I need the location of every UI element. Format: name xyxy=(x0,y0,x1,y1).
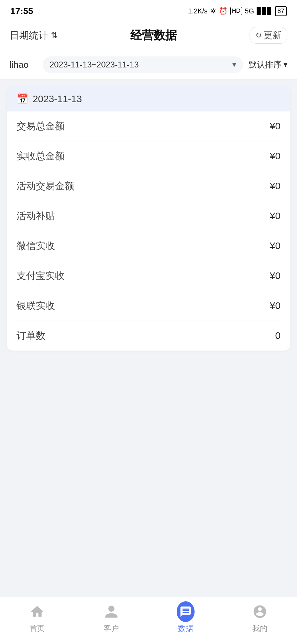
data-row-value: ¥0 xyxy=(270,270,280,281)
status-bar: 17:55 1.2K/s ✲ ⏰ HD 5G ▊▊▊ 87 xyxy=(0,0,297,21)
calendar-icon: 📅 xyxy=(16,93,29,105)
nav-item-home[interactable]: 首页 xyxy=(0,603,74,634)
card-date-header: 📅 2023-11-13 xyxy=(7,86,290,111)
data-row-value: ¥0 xyxy=(270,121,280,132)
nav-item-mine[interactable]: 我的 xyxy=(223,603,297,634)
sort-chevron-icon: ▾ xyxy=(284,60,287,69)
alarm-icon: ⏰ xyxy=(219,7,228,15)
data-row-label: 银联实收 xyxy=(16,299,55,312)
data-rows: 交易总金额¥0实收总金额¥0活动交易金额¥0活动补贴¥0微信实收¥0支付宝实收¥… xyxy=(7,111,290,351)
nav-label-mine: 我的 xyxy=(252,623,267,634)
data-row: 交易总金额¥0 xyxy=(16,111,280,141)
data-row-label: 活动补贴 xyxy=(16,210,55,223)
signal-icon: ▊▊▊ xyxy=(257,7,272,15)
data-row-label: 交易总金额 xyxy=(16,120,65,133)
date-range-value: 2023-11-13~2023-11-13 xyxy=(50,60,139,69)
nav-item-data[interactable]: 数据 xyxy=(148,603,223,634)
data-icon xyxy=(177,603,195,621)
data-row: 实收总金额¥0 xyxy=(16,141,280,171)
home-icon xyxy=(28,603,46,621)
chevron-down-icon: ▾ xyxy=(232,60,236,69)
battery-indicator: 87 xyxy=(275,6,287,16)
data-row: 支付宝实收¥0 xyxy=(16,261,280,291)
hd-icon: HD xyxy=(230,7,242,15)
refresh-label: 更新 xyxy=(264,29,282,41)
data-row: 银联实收¥0 xyxy=(16,291,280,321)
nav-label-customer: 客户 xyxy=(104,623,119,634)
data-row-value: 0 xyxy=(275,330,280,341)
data-row: 微信实收¥0 xyxy=(16,231,280,261)
data-row-value: ¥0 xyxy=(270,181,280,192)
refresh-icon: ↻ xyxy=(255,31,262,40)
data-row: 活动补贴¥0 xyxy=(16,201,280,231)
sort-icon: ⇅ xyxy=(51,31,58,40)
data-row-label: 微信实收 xyxy=(16,239,55,253)
data-row-label: 活动交易金额 xyxy=(16,180,74,193)
data-row-value: ¥0 xyxy=(270,151,280,162)
sort-label: 默认排序 xyxy=(249,59,282,70)
network-speed: 1.2K/s xyxy=(188,7,208,15)
date-range-picker[interactable]: 2023-11-13~2023-11-13 ▾ xyxy=(43,56,243,73)
page-title: 经营数据 xyxy=(58,28,250,43)
data-row-label: 实收总金额 xyxy=(16,150,65,163)
nav-item-customer[interactable]: 客户 xyxy=(74,603,148,634)
card-date: 2023-11-13 xyxy=(33,94,82,105)
data-row-value: ¥0 xyxy=(270,240,280,251)
bottom-nav: 首页 客户 数据 我的 xyxy=(0,597,297,644)
main-content: 📅 2023-11-13 交易总金额¥0实收总金额¥0活动交易金额¥0活动补贴¥… xyxy=(0,79,297,644)
data-card: 📅 2023-11-13 交易总金额¥0实收总金额¥0活动交易金额¥0活动补贴¥… xyxy=(7,86,290,351)
status-icons: 1.2K/s ✲ ⏰ HD 5G ▊▊▊ 87 xyxy=(188,6,287,16)
user-filter: lihao xyxy=(10,60,37,70)
mine-icon xyxy=(251,603,269,621)
data-row-value: ¥0 xyxy=(270,300,280,311)
data-row-value: ¥0 xyxy=(270,211,280,222)
sort-dropdown[interactable]: 默认排序 ▾ xyxy=(249,59,287,70)
network-icon: 5G xyxy=(245,7,254,15)
data-row: 活动交易金额¥0 xyxy=(16,171,280,201)
date-stat-button[interactable]: 日期统计 ⇅ xyxy=(10,29,58,42)
data-row-label: 支付宝实收 xyxy=(16,269,65,282)
nav-label-home: 首页 xyxy=(30,623,45,634)
customer-icon xyxy=(102,603,120,621)
status-time: 17:55 xyxy=(10,6,33,17)
page-header: 日期统计 ⇅ 经营数据 ↻ 更新 xyxy=(0,21,297,50)
header-left-label: 日期统计 xyxy=(10,29,48,42)
data-row-label: 订单数 xyxy=(16,329,45,342)
nav-label-data: 数据 xyxy=(178,623,193,634)
data-row: 订单数0 xyxy=(16,321,280,351)
filter-bar: lihao 2023-11-13~2023-11-13 ▾ 默认排序 ▾ xyxy=(0,50,297,79)
bluetooth-icon: ✲ xyxy=(210,7,216,15)
refresh-button[interactable]: ↻ 更新 xyxy=(250,27,287,44)
